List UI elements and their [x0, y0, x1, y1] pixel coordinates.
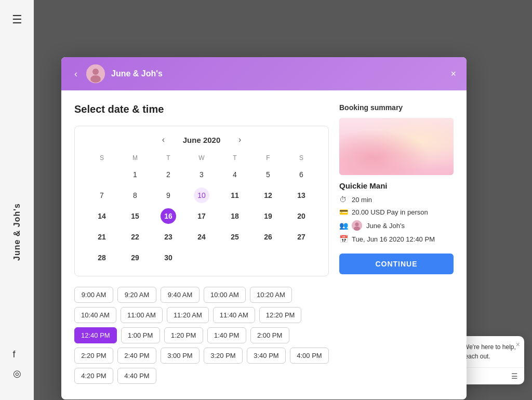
time-slot-button[interactable]: 12:20 PM — [259, 307, 302, 323]
time-slot-button[interactable]: 11:40 AM — [213, 307, 255, 323]
time-slot-button[interactable]: 4:00 PM — [290, 348, 329, 364]
payment-icon: 💳 — [339, 208, 348, 216]
calendar-day[interactable]: 24 — [185, 226, 218, 247]
facebook-icon[interactable]: f — [13, 349, 21, 360]
time-slot-button[interactable]: 11:00 AM — [121, 307, 163, 323]
svg-point-1 — [92, 69, 99, 75]
calendar-day[interactable]: 14 — [85, 206, 118, 226]
prev-month-button[interactable]: ‹ — [159, 134, 168, 145]
calendar-day[interactable]: 19 — [251, 206, 285, 226]
svg-point-14 — [355, 223, 359, 226]
time-slot-button[interactable]: 2:40 PM — [117, 348, 156, 364]
time-slots: 9:00 AM9:20 AM9:40 AM10:00 AM10:20 AM10:… — [74, 287, 329, 384]
svg-rect-6 — [383, 134, 390, 152]
calendar-day — [85, 164, 118, 185]
calendar-day[interactable]: 26 — [251, 226, 285, 247]
day-header-t2: T — [218, 152, 251, 164]
booking-summary-title: Booking summary — [339, 103, 454, 112]
calendar-day[interactable]: 5 — [251, 164, 285, 185]
sidebar: ☰ June & Joh's f ◎ — [0, 0, 34, 400]
provider-row: 👥 June & Joh's — [339, 220, 454, 231]
time-slot-button[interactable]: 9:40 AM — [161, 287, 200, 303]
calendar-day[interactable]: 9 — [152, 185, 185, 206]
instagram-icon[interactable]: ◎ — [13, 368, 21, 379]
modal-header: ‹ June & Joh's × — [61, 57, 467, 90]
provider-avatar-small — [352, 220, 362, 231]
day-header-s1: S — [85, 152, 118, 164]
close-button[interactable]: × — [450, 69, 456, 79]
time-slot-button[interactable]: 3:40 PM — [247, 348, 286, 364]
chat-close-button[interactable]: × — [516, 340, 520, 349]
calendar-day[interactable]: 25 — [218, 226, 251, 247]
day-header-t1: T — [152, 152, 185, 164]
time-slot-button[interactable]: 4:40 PM — [117, 368, 156, 384]
section-title: Select date & time — [74, 103, 329, 115]
svg-rect-11 — [361, 125, 366, 130]
svg-point-5 — [394, 134, 435, 159]
time-slot-button[interactable]: 3:00 PM — [161, 348, 200, 364]
time-slot-button[interactable]: 10:20 AM — [250, 287, 292, 303]
calendar-day[interactable]: 8 — [118, 185, 152, 206]
calendar-day[interactable]: 27 — [285, 226, 318, 247]
price-text: 20.00 USD Pay in person — [352, 208, 428, 216]
calendar-day[interactable]: 13 — [285, 185, 318, 206]
continue-button[interactable]: CONTINUE — [339, 254, 454, 274]
time-slot-button[interactable]: 1:40 PM — [207, 327, 246, 343]
booking-summary: Booking summary Quickie Mani — [339, 103, 454, 384]
calendar-icon: 📅 — [339, 235, 348, 243]
time-slot-button[interactable]: 9:00 AM — [74, 287, 113, 303]
next-month-button[interactable]: › — [235, 134, 244, 145]
time-slot-button[interactable]: 4:20 PM — [74, 368, 113, 384]
calendar-day[interactable]: 12 — [251, 185, 285, 206]
calendar-day — [285, 247, 318, 268]
time-slot-button[interactable]: 2:20 PM — [74, 348, 113, 364]
time-slot-button[interactable]: 1:00 PM — [121, 327, 160, 343]
calendar-day[interactable]: 2 — [152, 164, 185, 185]
provider-avatar — [86, 64, 105, 83]
calendar-day[interactable]: 20 — [285, 206, 318, 226]
left-section: Select date & time ‹ June 2020 › S M T W — [74, 103, 339, 384]
calendar-day[interactable]: 29 — [118, 247, 152, 268]
time-slot-button[interactable]: 3:20 PM — [204, 348, 243, 364]
sidebar-brand: June & Joh's — [12, 203, 22, 261]
time-slot-button[interactable]: 9:20 AM — [117, 287, 156, 303]
calendar-day[interactable]: 18 — [218, 206, 251, 226]
calendar-day[interactable]: 6 — [285, 164, 318, 185]
calendar-day[interactable]: 22 — [118, 226, 152, 247]
calendar-day[interactable]: 10 — [185, 185, 218, 206]
time-slot-button[interactable]: 1:20 PM — [164, 327, 203, 343]
calendar-day[interactable]: 21 — [85, 226, 118, 247]
svg-rect-10 — [357, 128, 369, 157]
provider-text: June & Joh's — [366, 222, 405, 230]
time-slot-button[interactable]: 2:00 PM — [250, 327, 289, 343]
calendar-day — [185, 247, 218, 268]
calendar-day[interactable]: 11 — [218, 185, 251, 206]
calendar-day[interactable]: 7 — [85, 185, 118, 206]
menu-icon[interactable]: ☰ — [12, 10, 22, 26]
back-button[interactable]: ‹ — [72, 69, 80, 79]
time-slot-button[interactable]: 10:00 AM — [204, 287, 246, 303]
time-slot-button[interactable]: 12:40 PM — [74, 327, 117, 343]
calendar-day[interactable]: 4 — [218, 164, 251, 185]
modal-title: June & Joh's — [111, 69, 163, 78]
day-header-m: M — [118, 152, 152, 164]
calendar-day[interactable]: 30 — [152, 247, 185, 268]
svg-point-15 — [354, 226, 360, 231]
time-slot-button[interactable]: 10:40 AM — [74, 307, 116, 323]
time-slot-button[interactable]: 11:20 AM — [167, 307, 209, 323]
booking-image — [339, 118, 454, 175]
calendar-day — [218, 247, 251, 268]
svg-point-2 — [90, 75, 101, 83]
calendar-day[interactable]: 3 — [185, 164, 218, 185]
duration-row: ⏱ 20 min — [339, 195, 454, 204]
calendar-day[interactable]: 17 — [185, 206, 218, 226]
chat-menu-button[interactable]: ☰ — [511, 372, 518, 380]
service-name: Quickie Mani — [339, 181, 454, 190]
calendar-day[interactable]: 28 — [85, 247, 118, 268]
calendar-day[interactable]: 23 — [152, 226, 185, 247]
calendar-day[interactable]: 15 — [118, 206, 152, 226]
calendar-day[interactable]: 16 — [152, 206, 185, 226]
calendar: ‹ June 2020 › S M T W T F S — [74, 126, 329, 276]
calendar-day[interactable]: 1 — [118, 164, 152, 185]
clock-icon: ⏱ — [339, 195, 348, 204]
